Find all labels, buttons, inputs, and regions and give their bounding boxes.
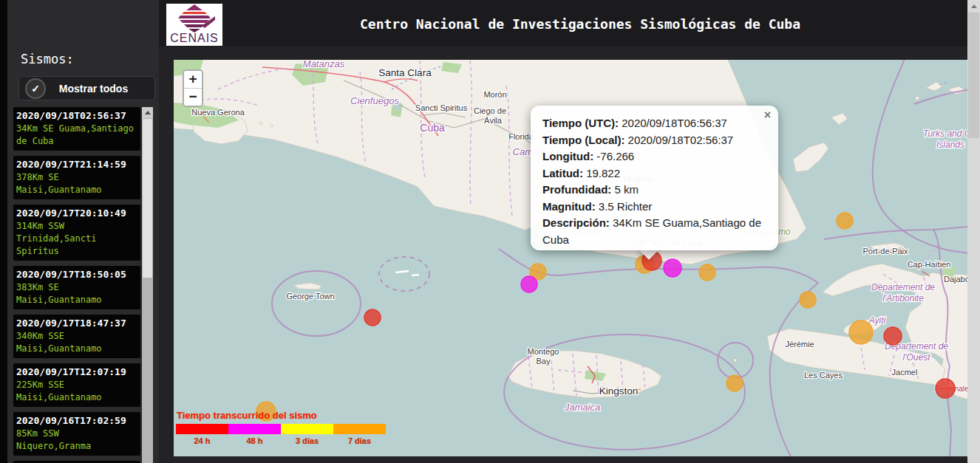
quake-marker-magenta[interactable] — [664, 259, 681, 277]
map-zoom-control: + − — [183, 69, 203, 107]
map-label: Cienfuegos — [350, 95, 399, 106]
map-label: Jamaica — [564, 402, 600, 413]
popup-field: Tiempo (Local): 2020/09/18T02:56:37 — [542, 132, 766, 149]
map-label: Sancti Spiritus — [415, 103, 468, 112]
map-label: l'Ouest — [903, 352, 931, 363]
scroll-up-icon[interactable] — [142, 107, 153, 118]
legend-labels: 24 h48 h3 días7 días — [176, 434, 386, 445]
map[interactable]: MatanzasSanta ClaraCienfuegosMorónSancti… — [174, 60, 967, 456]
map-label: Morón — [483, 90, 506, 99]
event-location: 85Km SSW Niquero,Granma — [16, 428, 137, 453]
quake-marker-red[interactable] — [364, 309, 381, 326]
show-all-button[interactable]: ✓ Mostrar todos — [18, 76, 155, 100]
event-item[interactable]: 2020/09/17T21:14:59 378Km SE Maisi,Guant… — [13, 156, 140, 199]
page-scrollbar[interactable] — [967, 0, 980, 463]
quake-marker-red[interactable] — [884, 327, 902, 345]
page-scrollbar-thumb[interactable] — [968, 13, 979, 138]
legend-label: 3 días — [281, 434, 333, 445]
event-location: 383Km SE Maisi,Guantanamo — [16, 281, 137, 306]
popup-field: Latitud: 19.822 — [542, 165, 766, 182]
legend-label: 7 días — [333, 434, 386, 445]
quake-marker-red[interactable] — [936, 379, 955, 398]
event-item[interactable]: 2020/09/16T17:02:59 85Km SSW Niquero,Gra… — [13, 412, 140, 456]
popup-close-icon[interactable]: × — [764, 109, 771, 121]
event-time: 2020/09/17T18:47:37 — [16, 317, 137, 330]
legend-swatch — [281, 424, 333, 434]
event-item[interactable]: 2020/09/17T20:10:49 314Km SSW Trinidad,S… — [13, 205, 140, 261]
page-left-border — [0, 0, 7, 463]
map-label: Dajabón — [944, 275, 967, 284]
sidebar: Sismos: ✓ Mostrar todos 2020/09/18T02:56… — [7, 0, 159, 463]
zoom-in-button[interactable]: + — [184, 71, 202, 89]
map-label: Bay — [537, 357, 551, 366]
event-item[interactable]: 2020/09/17T18:50:05 383Km SE Maisi,Guant… — [13, 266, 140, 309]
scrollbar-thumb[interactable] — [143, 119, 152, 278]
main-content: MatanzasSanta ClaraCienfuegosMorónSancti… — [159, 47, 967, 463]
event-list: 2020/09/18T02:56:37 34Km SE Guama,Santia… — [7, 107, 142, 463]
map-label: Cap-Haïtien — [908, 260, 951, 269]
legend-title: Tiempo transcurrido del sismo — [177, 410, 386, 421]
event-time: 2020/09/17T12:07:19 — [16, 366, 137, 379]
map-label: Jacmel — [892, 368, 918, 377]
legend-swatch — [228, 424, 281, 434]
quake-marker-magenta[interactable] — [521, 276, 537, 292]
map-label: Ciego de — [474, 106, 506, 115]
event-location: 34Km SE Guama,Santiago de Cuba — [16, 123, 137, 148]
legend-swatch — [176, 424, 228, 434]
popup-field: Descripción: 34Km SE Guama,Santiago de C… — [542, 215, 766, 248]
popup-field: Tiempo (UTC): 2020/09/18T06:56:37 — [542, 115, 766, 132]
event-item[interactable]: 2020/09/17T12:07:19 225Km SSE Maisi,Guan… — [13, 363, 140, 407]
legend-label: 48 h — [228, 434, 281, 445]
map-label: Santa Clara — [378, 67, 432, 78]
popup-field: Profundidad: 5 km — [542, 182, 766, 199]
map-label: Ávila — [484, 116, 503, 125]
legend-label: 24 h — [176, 434, 228, 445]
show-all-label: Mostrar todos — [46, 83, 154, 95]
event-item[interactable]: 2020/09/17T18:47:37 340Km SSE Maisi,Guan… — [13, 315, 140, 358]
event-location: 225Km SSE Maisi,Guantanamo — [16, 379, 137, 404]
popup-content: Tiempo (UTC): 2020/09/18T06:56:37Tiempo … — [542, 115, 766, 248]
map-label: Port-de-Paix — [862, 247, 908, 255]
navassa-island — [734, 359, 738, 363]
map-label: l'Artibonite — [882, 293, 924, 303]
map-legend: Tiempo transcurrido del sismo 24 h48 h3 … — [176, 410, 386, 445]
popup-field: Longitud: -76.266 — [542, 148, 766, 165]
quake-popup: Tiempo (UTC): 2020/09/18T06:56:37Tiempo … — [531, 106, 778, 250]
event-location: 340Km SSE Maisi,Guantanamo — [16, 330, 137, 355]
event-time: 2020/09/17T18:50:05 — [16, 268, 137, 281]
logo-text: CENAIS — [170, 33, 219, 44]
zoom-out-button[interactable]: − — [184, 89, 202, 106]
map-label: Montego — [528, 347, 559, 356]
map-label: Kingston — [599, 385, 639, 397]
sidebar-title: Sismos: — [21, 52, 74, 66]
map-label: Turks and Cai — [923, 128, 967, 139]
event-time: 2020/09/18T02:56:37 — [16, 109, 137, 123]
page-title: Centro Nacional de Investigaciones Sismo… — [159, 16, 967, 32]
event-item[interactable]: 2020/09/18T02:56:37 34Km SE Guama,Santia… — [13, 107, 140, 151]
map-label: George Town — [286, 292, 334, 301]
event-time: 2020/09/16T17:02:59 — [16, 414, 137, 428]
legend-swatch — [333, 424, 386, 434]
map-label: Matanzas — [303, 60, 345, 69]
event-location: 314Km SSW Trinidad,Sancti Spiritus — [16, 220, 137, 258]
map-label: Département de — [871, 282, 935, 292]
map-label: Jérémie — [785, 340, 814, 349]
quake-marker-orange[interactable] — [837, 213, 853, 229]
quake-marker-orange[interactable] — [727, 375, 743, 391]
map-label: Ayiti — [868, 315, 886, 326]
header: CENAIS Centro Nacional de Investigacione… — [159, 0, 967, 47]
map-label: Les Cayes — [804, 371, 843, 380]
event-time: 2020/09/17T21:14:59 — [16, 158, 137, 171]
map-label: Islands — [936, 140, 964, 150]
map-label: Nueva Gerona — [191, 108, 245, 117]
quake-marker-orange[interactable] — [800, 292, 816, 308]
legend-color-bar — [176, 424, 386, 434]
page-scroll-up-icon[interactable] — [967, 0, 980, 13]
popup-field: Magnitud: 3.5 Richter — [542, 199, 766, 216]
quake-marker-orange[interactable] — [849, 320, 873, 344]
quake-marker-orange[interactable] — [699, 264, 715, 281]
event-location: 378Km SE Maisi,Guantanamo — [16, 171, 137, 196]
event-time: 2020/09/17T20:10:49 — [16, 207, 137, 220]
sidebar-scrollbar[interactable] — [142, 107, 153, 463]
map-label: Cuba — [420, 122, 445, 134]
